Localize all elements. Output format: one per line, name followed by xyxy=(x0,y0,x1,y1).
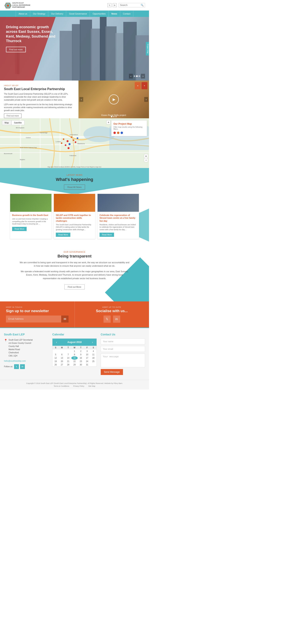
footer-link-privacy[interactable]: Privacy Policy xyxy=(73,385,84,387)
carousel-next-button[interactable]: › xyxy=(144,97,148,102)
cal-cell[interactable] xyxy=(90,363,97,366)
hero-prev-button[interactable]: ‹ xyxy=(129,74,133,78)
news-card-2-read-more[interactable]: Read More xyxy=(56,233,70,237)
twitter-follow-icon[interactable]: 𝕏 xyxy=(103,316,111,323)
project-map-button[interactable]: Project Map xyxy=(146,42,149,56)
map-zoom-in[interactable]: + xyxy=(144,154,148,158)
contact-message-input[interactable] xyxy=(101,354,145,368)
hero-cta-button[interactable]: Find out more xyxy=(6,47,26,52)
carousel-dot-2[interactable] xyxy=(113,116,114,117)
cal-cell[interactable]: 3 xyxy=(84,350,90,353)
cal-cell[interactable]: 27 xyxy=(59,363,65,366)
footer-twitter-icon[interactable]: 𝕏 xyxy=(14,364,19,369)
map-tab-satellite[interactable]: Satellite xyxy=(11,120,24,125)
map-section: Map Satellite Birmingham Oxford Cambridg… xyxy=(0,118,149,168)
email-submit-button[interactable]: ✉ xyxy=(61,316,68,322)
hero-dot-1[interactable] xyxy=(134,75,135,77)
logo[interactable]: SOUTH EAST LOCAL ENTERPRISE PARTNERSHIP xyxy=(4,2,30,9)
map-tab-map[interactable]: Map xyxy=(2,120,11,125)
linkedin-icon-header[interactable]: in xyxy=(113,3,117,7)
news-card-1-read-more[interactable]: Read More xyxy=(12,227,27,231)
cal-cell[interactable]: 5 xyxy=(52,353,59,356)
cal-cell[interactable]: 29 xyxy=(71,363,78,366)
gov-cta-button[interactable]: Find out More xyxy=(64,284,85,290)
nav-opportunities[interactable]: Opportunities xyxy=(90,10,108,17)
footer-linkedin-icon[interactable]: in xyxy=(20,364,25,369)
cta-section: KEEP IN TOUCH Sign up to our newsletter … xyxy=(0,302,149,328)
twitter-icon-header[interactable]: 𝕏 xyxy=(107,3,111,7)
cal-cell[interactable]: 14 xyxy=(65,356,71,360)
hero-dot-2[interactable] xyxy=(136,75,138,77)
nav-strategy[interactable]: Our Strategy xyxy=(30,10,48,17)
nav-contact[interactable]: Contact xyxy=(120,10,133,17)
footer-link-terms[interactable]: Terms & Conditions xyxy=(54,385,69,387)
map-plus-button[interactable]: + xyxy=(106,120,110,124)
cal-cell[interactable]: 22 xyxy=(71,360,78,363)
nav-news[interactable]: News xyxy=(109,10,120,17)
contact-name-input[interactable] xyxy=(101,338,145,344)
cal-cell[interactable]: 20 xyxy=(59,360,65,363)
cal-cell[interactable]: 1 xyxy=(71,350,78,353)
cal-cell[interactable]: 8 xyxy=(71,353,78,356)
news-card-2-image xyxy=(54,194,95,212)
map-zoom-out[interactable]: − xyxy=(144,158,148,162)
map-overlay-title: Our Project Map xyxy=(113,122,145,125)
cal-cell[interactable]: 28 xyxy=(65,363,71,366)
search-input[interactable] xyxy=(120,4,140,6)
carousel-dot-1[interactable] xyxy=(111,116,112,117)
cal-cell[interactable]: 23 xyxy=(78,360,84,363)
cal-cell[interactable]: 13 xyxy=(59,356,65,360)
map-filter-orange[interactable] xyxy=(117,132,119,134)
nav-delivery[interactable]: Our Delivery xyxy=(48,10,66,17)
cal-cell[interactable]: 9 xyxy=(78,353,84,356)
cal-cell[interactable] xyxy=(52,350,59,353)
cal-cell[interactable]: 2 xyxy=(78,350,84,353)
cal-cell[interactable]: 24 xyxy=(84,360,90,363)
contact-email-input[interactable] xyxy=(101,346,145,352)
cal-cell[interactable]: 4 xyxy=(90,350,97,353)
footer-link-sitemap[interactable]: Site Map xyxy=(88,385,95,387)
news-card-3-read-more[interactable]: Read More xyxy=(99,233,114,237)
cal-cell[interactable]: 6 xyxy=(59,353,65,356)
calendar-prev-button[interactable]: ‹ xyxy=(55,340,58,344)
cal-cell[interactable] xyxy=(59,350,65,353)
cal-cell[interactable]: 26 xyxy=(52,363,59,366)
cal-cell[interactable]: 7 xyxy=(65,353,71,356)
hero-dots xyxy=(134,75,140,77)
cal-cell[interactable]: 11 xyxy=(90,353,97,356)
cal-cell[interactable]: 30 xyxy=(78,363,84,366)
cal-cell[interactable]: 19 xyxy=(52,360,59,363)
hero-dot-3[interactable] xyxy=(138,75,140,77)
cal-cell[interactable]: 21 xyxy=(65,360,71,363)
linkedin-follow-icon[interactable]: in xyxy=(113,316,120,323)
cal-cell[interactable]: 12 xyxy=(52,356,59,360)
nav-governance[interactable]: Good Governance xyxy=(66,10,90,17)
cal-cell[interactable]: 10 xyxy=(84,353,90,356)
about-cta-button[interactable]: Find out more xyxy=(4,114,21,118)
cal-cell[interactable]: 16 xyxy=(78,356,84,360)
calendar-next-button[interactable]: › xyxy=(91,340,94,344)
cal-cell[interactable] xyxy=(65,350,71,353)
svg-text:London: London xyxy=(56,141,61,142)
cal-cell[interactable]: 25 xyxy=(90,360,97,363)
contact-form: Send Message xyxy=(101,338,145,375)
search-box[interactable]: 🔍 xyxy=(119,3,145,7)
svg-point-36 xyxy=(75,141,76,143)
carousel-prev-button[interactable]: ‹ xyxy=(79,97,83,102)
map-filter-red[interactable] xyxy=(113,132,116,134)
footer-email-link[interactable]: hello@southeastlep.com xyxy=(4,360,26,362)
nav-about[interactable]: About us xyxy=(16,10,30,17)
footer-addr4: Market Road xyxy=(8,348,33,351)
cal-cell[interactable]: 31 xyxy=(84,363,90,366)
read-all-news-button[interactable]: Read All News xyxy=(64,184,85,190)
carousel-dot-3[interactable] xyxy=(115,116,117,117)
cal-cell[interactable]: 17 xyxy=(84,356,90,360)
email-input[interactable] xyxy=(6,316,61,322)
cal-cell[interactable]: 18 xyxy=(90,356,97,360)
send-message-button[interactable]: Send Message xyxy=(101,369,123,375)
hero-next-button[interactable]: › xyxy=(141,74,145,78)
map-filter-blue[interactable] xyxy=(121,132,123,134)
play-button[interactable] xyxy=(109,94,119,104)
svg-text:Oxford: Oxford xyxy=(26,137,30,138)
cal-cell-today[interactable]: 15 xyxy=(71,356,78,360)
